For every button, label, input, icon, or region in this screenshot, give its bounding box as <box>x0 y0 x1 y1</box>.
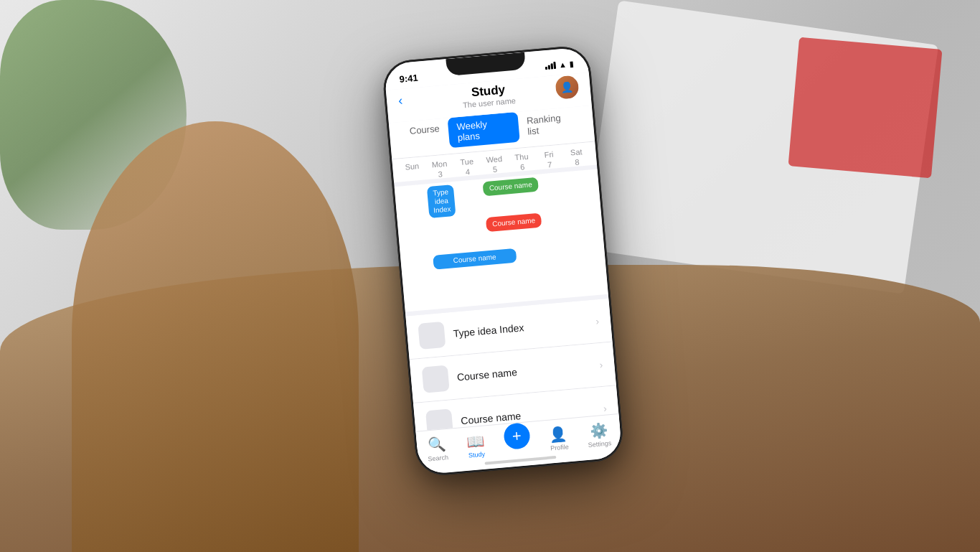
battery-icon: ▮ <box>569 59 574 68</box>
phone: 9:41 ▲ ▮ ‹ Study <box>381 44 624 477</box>
day-tue: Tue <box>453 156 481 167</box>
add-icon: + <box>503 422 531 450</box>
nav-profile[interactable]: 👤 Profile <box>549 424 570 452</box>
signal-icon <box>545 61 556 69</box>
nav-study-label: Study <box>468 450 486 459</box>
search-icon: 🔍 <box>428 435 447 454</box>
nav-add[interactable]: + <box>503 428 531 456</box>
day-sun: Sun <box>398 161 426 172</box>
nav-study[interactable]: 📖 Study <box>466 431 486 459</box>
tab-course[interactable]: Course <box>400 118 450 152</box>
nav-settings-label: Settings <box>588 439 611 449</box>
day-fri: Fri <box>534 149 562 159</box>
day-num-sun <box>399 171 427 182</box>
course-name-red[interactable]: Course name <box>486 212 542 232</box>
course-name-green[interactable]: Course name <box>483 177 539 196</box>
settings-icon: ⚙️ <box>589 421 608 439</box>
status-time: 9:41 <box>399 72 418 84</box>
day-num-tue: 4 <box>453 166 481 177</box>
profile-icon: 👤 <box>549 424 568 443</box>
course-icon-1 <box>418 321 446 349</box>
status-icons: ▲ ▮ <box>545 59 574 70</box>
day-num-wed: 5 <box>481 164 509 174</box>
tab-ranking[interactable]: Ranking list <box>517 106 583 142</box>
day-wed: Wed <box>480 154 508 164</box>
phone-wrapper: 9:41 ▲ ▮ ‹ Study <box>381 44 624 477</box>
wifi-icon: ▲ <box>558 60 567 69</box>
phone-screen: 9:41 ▲ ▮ ‹ Study <box>384 47 623 475</box>
chevron-icon-3: › <box>603 402 607 413</box>
course-list-name-1: Type idea Index <box>453 316 588 339</box>
day-sat: Sat <box>562 146 590 157</box>
day-num-thu: 6 <box>509 161 537 172</box>
day-num-sat: 8 <box>563 156 591 167</box>
nav-search[interactable]: 🔍 Search <box>426 435 449 462</box>
chevron-icon-1: › <box>595 315 600 327</box>
day-mon: Mon <box>425 158 453 169</box>
day-thu: Thu <box>507 151 535 162</box>
nav-search-label: Search <box>428 454 448 462</box>
day-num-mon: 3 <box>426 168 454 179</box>
bg-hand2 <box>72 121 359 552</box>
study-icon: 📖 <box>466 431 485 450</box>
course-list-name-2: Course name <box>456 360 591 383</box>
course-calendar: Type idea Index Course name <box>395 169 608 312</box>
bg-red-book <box>788 37 943 179</box>
day-num-fri: 7 <box>536 159 564 169</box>
nav-settings[interactable]: ⚙️ Settings <box>586 421 612 449</box>
nav-profile-label: Profile <box>550 443 569 452</box>
course-type-idea[interactable]: Type idea Index <box>427 184 456 217</box>
chevron-icon-2: › <box>599 358 603 370</box>
course-icon-2 <box>422 365 450 393</box>
scene: 9:41 ▲ ▮ ‹ Study <box>0 0 980 552</box>
